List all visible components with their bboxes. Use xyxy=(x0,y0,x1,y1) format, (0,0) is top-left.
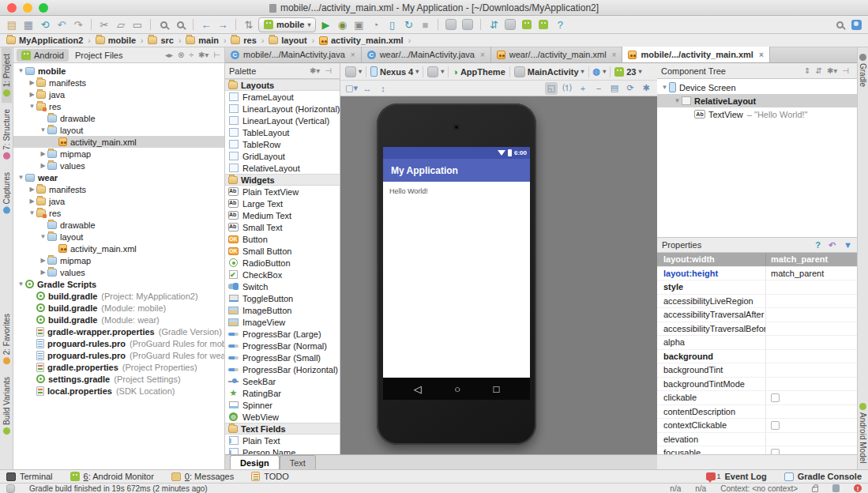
zoom-in-icon[interactable]: + xyxy=(577,82,589,95)
design-canvas[interactable]: 6:00 My Application Hello World! ◁ ○ □ xyxy=(340,96,657,454)
fit-width-icon[interactable]: ↔ xyxy=(361,82,374,95)
tree-chevron-icon[interactable]: ▼ xyxy=(17,67,25,74)
collapse-all-icon[interactable]: ÷ xyxy=(189,51,194,59)
property-row[interactable]: contentDescription xyxy=(657,405,857,420)
breadcrumb-item[interactable]: mobile xyxy=(94,36,137,45)
redo-icon[interactable]: ↷ xyxy=(71,17,85,32)
close-tab-icon[interactable]: × xyxy=(759,51,764,59)
save-all-icon[interactable]: ▦ xyxy=(21,17,36,32)
palette-item[interactable]: ProgressBar (Large) xyxy=(225,328,340,340)
palette-item[interactable]: GridLayout xyxy=(225,150,340,162)
tree-row[interactable]: ▶mipmap xyxy=(13,148,224,160)
filter-icon[interactable]: ▼ xyxy=(844,240,852,250)
tree-chevron-icon[interactable]: ▶ xyxy=(39,150,47,157)
palette-item[interactable]: OKSmall Button xyxy=(225,245,340,257)
editor-tab[interactable]: Cwear/.../MainActivity.java× xyxy=(362,47,491,62)
toolwindow-tab-build-variants[interactable]: Build Variants xyxy=(2,371,12,441)
tree-row[interactable]: build.gradle(Module: wear) xyxy=(13,314,224,326)
coverage-icon[interactable]: ▣ xyxy=(351,17,366,32)
tree-chevron-icon[interactable]: ▶ xyxy=(39,269,47,276)
device-select[interactable]: Nexus 4▾ xyxy=(370,66,419,77)
debug-icon[interactable]: ◉ xyxy=(335,17,349,32)
checkbox[interactable] xyxy=(771,421,780,430)
tree-row[interactable]: ▼layout xyxy=(13,231,224,243)
tree-chevron-icon[interactable]: ▼ xyxy=(28,103,36,110)
stop-icon[interactable]: ■ xyxy=(418,17,432,32)
palette-item[interactable]: TableRow xyxy=(225,138,340,150)
toolwindow-tab-2-favorites[interactable]: 2: Favorites xyxy=(2,307,12,371)
tree-row[interactable]: ▶java xyxy=(13,88,224,100)
property-row[interactable]: backgroundTintMode xyxy=(657,378,857,392)
palette-item[interactable]: ProgressBar (Horizontal) xyxy=(225,363,340,375)
settings-icon[interactable]: ✱▾ xyxy=(198,51,209,59)
property-value[interactable] xyxy=(766,378,857,391)
property-value[interactable]: match_parent xyxy=(766,253,857,266)
breadcrumb-item[interactable]: src xyxy=(146,36,175,45)
synchronize-icon[interactable]: ⟲ xyxy=(38,17,52,32)
tree-row[interactable]: ▶manifests xyxy=(13,77,224,88)
layout-inspector-icon[interactable] xyxy=(460,17,475,32)
tree-row[interactable]: ▼res xyxy=(13,207,224,219)
tree-row[interactable]: activity_main.xml xyxy=(13,136,224,148)
tree-row[interactable]: ▶values xyxy=(13,266,224,278)
tree-chevron-icon[interactable]: ▶ xyxy=(28,198,36,205)
palette-item[interactable]: Switch xyxy=(225,280,340,292)
properties-scrollbar[interactable] xyxy=(657,454,857,469)
replace-icon[interactable] xyxy=(173,17,187,32)
project-view-tab-project-files[interactable]: Project Files xyxy=(70,49,128,62)
wrench-icon[interactable] xyxy=(444,17,458,32)
palette-section-header[interactable]: Layouts xyxy=(225,79,340,91)
property-value[interactable]: match_parent xyxy=(766,267,857,280)
open-icon[interactable]: ▤ xyxy=(5,17,19,32)
palette-item[interactable]: LinearLayout (Horizontal) xyxy=(225,103,340,115)
property-value[interactable] xyxy=(766,280,857,294)
tree-row[interactable]: ▶mipmap xyxy=(13,254,224,266)
palette-item[interactable]: ProgressBar (Normal) xyxy=(225,340,340,352)
toolwindow-button-gradle-console[interactable]: Gradle Console xyxy=(784,472,862,481)
property-row[interactable]: alpha xyxy=(657,336,857,350)
lock-icon[interactable] xyxy=(812,487,818,492)
paste-icon[interactable]: ▭ xyxy=(130,17,145,32)
palette-item[interactable]: AbMedium Text xyxy=(225,209,340,221)
android-device-icon[interactable] xyxy=(536,17,550,32)
property-row[interactable]: layout:heightmatch_parent xyxy=(657,267,857,281)
toolwindow-tab-gradle[interactable]: Gradle xyxy=(858,47,868,93)
tree-row[interactable]: gradle.properties(Project Properties) xyxy=(13,361,224,373)
breadcrumb-item[interactable]: MyApplication2 xyxy=(5,36,85,45)
breadcrumb-item[interactable]: layout xyxy=(267,36,308,45)
tree-row[interactable]: local.properties(SDK Location) xyxy=(13,385,224,397)
tree-row[interactable]: ▶manifests xyxy=(13,183,224,195)
property-row[interactable]: contextClickable xyxy=(657,419,857,433)
property-value[interactable] xyxy=(766,363,857,377)
undo-icon[interactable]: ↶ xyxy=(54,17,69,32)
tree-row[interactable]: gradle-wrapper.properties(Gradle Version… xyxy=(13,326,224,337)
user-account-icon[interactable] xyxy=(849,17,863,32)
palette-item[interactable]: SeekBar xyxy=(225,375,340,387)
palette-item[interactable]: ★RatingBar xyxy=(225,387,340,399)
zoom-out-icon[interactable]: − xyxy=(592,82,605,95)
palette-item[interactable]: ImageView xyxy=(225,316,340,328)
checkbox[interactable] xyxy=(771,449,780,454)
project-view-tab-android[interactable]: Android xyxy=(17,49,69,62)
palette-item[interactable]: FrameLayout xyxy=(225,91,340,103)
inspections-profile-icon[interactable] xyxy=(832,484,840,492)
tree-chevron-icon[interactable]: ▶ xyxy=(39,162,47,169)
component-tree-row[interactable]: ▼Device Screen xyxy=(657,81,857,94)
find-icon[interactable] xyxy=(156,17,171,32)
breadcrumb-item[interactable]: res xyxy=(229,36,258,45)
orientation-select[interactable]: ▾ xyxy=(427,66,444,77)
editor-tab[interactable]: Cmobile/.../MainActivity.java× xyxy=(225,47,362,62)
tree-row[interactable]: ▼layout xyxy=(13,124,224,136)
settings-icon[interactable]: ✱▾ xyxy=(310,66,320,75)
palette-item[interactable]: RelativeLayout xyxy=(225,162,340,174)
tree-row[interactable]: ▼mobile xyxy=(13,65,224,77)
property-row[interactable]: focusable xyxy=(657,446,857,454)
preview-content[interactable]: Hello World! xyxy=(383,182,530,378)
palette-item[interactable]: LinearLayout (Vertical) xyxy=(225,115,340,126)
palette-item[interactable]: TableLayout xyxy=(225,126,340,138)
palette-item[interactable]: AbPlain TextView xyxy=(225,186,340,198)
tree-chevron-icon[interactable]: ▼ xyxy=(17,280,25,288)
forward-icon[interactable]: → xyxy=(216,17,230,32)
tree-chevron-icon[interactable]: ▼ xyxy=(660,84,669,91)
palette-section-header[interactable]: Widgets xyxy=(225,174,340,186)
